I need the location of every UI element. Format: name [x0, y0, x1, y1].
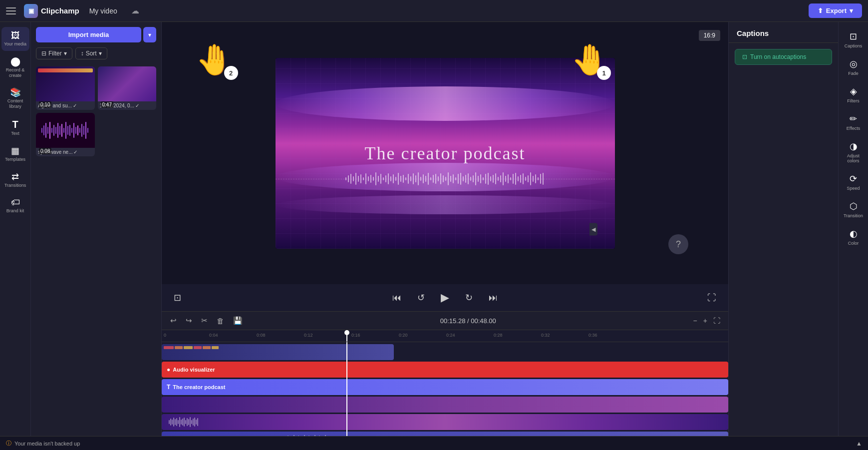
rewind-button[interactable]: ↺ — [413, 290, 429, 305]
svg-rect-19 — [79, 128, 80, 133]
sidebar-item-brand-kit[interactable]: 🏷 Brand kit — [1, 194, 29, 218]
sidebar-item-record-create[interactable]: ⬤ Record & create — [1, 53, 29, 82]
sidebar-item-content-library[interactable]: 📚 Content library — [1, 84, 29, 113]
fit-button[interactable]: ⛶ — [711, 316, 722, 326]
undo-button[interactable]: ↩ — [168, 315, 179, 327]
hide-panel-button[interactable]: ◀ — [589, 223, 597, 235]
import-media-button[interactable]: Import media — [36, 27, 141, 42]
sidebar-right-fade[interactable]: ◎ Fade — [840, 54, 868, 80]
svg-rect-96 — [525, 177, 526, 181]
sidebar-right-transition[interactable]: ⬡ Transition — [840, 197, 868, 222]
track-block-audio[interactable]: ♪ 16/02/2024, 06:41:19 · Audio · My vide… — [162, 432, 728, 436]
filter-chevron-icon: ▾ — [64, 50, 67, 57]
svg-rect-3 — [47, 127, 48, 134]
fade-icon: ◎ — [850, 58, 858, 69]
svg-rect-64 — [445, 177, 446, 181]
cc-button[interactable]: ⊡ — [170, 290, 185, 305]
media-item-2[interactable]: 0:47 16/02/2024, 0... ✓ — [98, 66, 157, 110]
sidebar-right-effects[interactable]: ✏ Effects — [840, 109, 868, 135]
svg-rect-48 — [405, 177, 406, 180]
sidebar-right-speed[interactable]: ⟳ Speed — [840, 169, 868, 195]
media-panel: Import media ▾ ⊟ Filter ▾ ↕ Sort ▾ — [31, 22, 162, 436]
redo-button[interactable]: ↪ — [183, 315, 195, 327]
svg-rect-17 — [75, 127, 76, 134]
text-icon: T — [12, 119, 18, 129]
zoom-in-button[interactable]: + — [701, 316, 709, 326]
sort-button[interactable]: ↕ Sort ▾ — [75, 47, 107, 59]
templates-icon: ▦ — [11, 146, 19, 155]
adjust-colors-icon: ◑ — [850, 141, 858, 152]
sidebar-right-color[interactable]: ◐ Color — [840, 224, 868, 250]
cut-button[interactable]: ✂ — [199, 315, 210, 327]
sidebar-item-templates[interactable]: ▦ Templates — [1, 142, 29, 166]
app-logo: ▣ Clipchamp — [24, 4, 79, 18]
svg-rect-41 — [388, 173, 389, 184]
export-button[interactable]: ⬆ Export ▾ — [809, 3, 862, 18]
text-track-label: The creator podcast — [173, 384, 225, 390]
fullscreen-button[interactable]: ⛶ — [703, 291, 720, 305]
svg-rect-49 — [408, 174, 409, 184]
svg-rect-79 — [483, 177, 484, 180]
transition-icon: ⬡ — [850, 201, 858, 212]
svg-rect-22 — [85, 122, 86, 139]
warning-icon: ⓘ — [6, 440, 11, 447]
delete-button[interactable]: 🗑 — [214, 315, 227, 327]
sidebar-right-adjust-colors[interactable]: ◑ Adjust colors — [840, 137, 868, 167]
svg-rect-51 — [413, 173, 414, 184]
project-title[interactable]: My video — [85, 5, 121, 17]
filter-button[interactable]: ⊟ Filter ▾ — [36, 47, 72, 59]
svg-rect-32 — [365, 173, 366, 184]
svg-rect-57 — [428, 173, 429, 185]
import-chevron-button[interactable]: ▾ — [143, 27, 156, 42]
track-block-video[interactable] — [162, 344, 394, 360]
track-block-media2[interactable] — [162, 414, 728, 430]
svg-rect-82 — [490, 176, 491, 181]
speed-icon: ⟳ — [850, 173, 857, 184]
svg-rect-87 — [503, 172, 504, 185]
backup-warning: ⓘ Your media isn't backed up — [6, 440, 80, 447]
effects-icon: ✏ — [850, 113, 857, 124]
track-block-audio-viz[interactable]: ● Audio visualizer — [162, 362, 728, 378]
sort-icon: ↕ — [81, 50, 84, 57]
svg-rect-61 — [438, 176, 439, 181]
svg-rect-0 — [41, 128, 42, 133]
check-icon-2: ✓ — [135, 103, 139, 108]
svg-rect-5 — [51, 128, 52, 133]
menu-button[interactable] — [6, 5, 18, 17]
cloud-icon: ☁ — [131, 6, 139, 15]
skip-forward-button[interactable]: ⏭ — [485, 291, 502, 305]
cc-icon: ⊡ — [742, 53, 747, 60]
video-controls: ⊡ ⏮ ↺ ▶ ↻ ⏭ ⛶ — [162, 284, 728, 311]
export-icon: ⬆ — [818, 7, 823, 14]
sidebar-item-text[interactable]: T Text — [1, 115, 29, 140]
autocaptions-button[interactable]: ⊡ Turn on autocaptions — [735, 49, 832, 65]
audio-viz-label: Audio visualizer — [173, 367, 215, 373]
red-bar-decoration — [38, 68, 93, 72]
help-bubble[interactable]: ? — [668, 234, 688, 254]
media-item-3[interactable]: 0:08 synthwave ne... ✓ — [36, 113, 95, 156]
svg-rect-78 — [480, 174, 481, 183]
play-button[interactable]: ▶ — [437, 289, 453, 306]
video-preview-area: 16:9 — [162, 22, 728, 284]
expand-button[interactable]: ▲ — [856, 440, 862, 447]
transitions-icon: ⇄ — [11, 172, 19, 181]
svg-rect-28 — [355, 173, 356, 185]
svg-rect-29 — [358, 176, 359, 182]
zoom-out-button[interactable]: − — [691, 316, 699, 326]
track-block-text[interactable]: T The creator podcast — [162, 379, 728, 395]
track-block-media1[interactable] — [162, 397, 728, 413]
your-media-icon: 🖼 — [11, 31, 20, 40]
media-item-1[interactable]: 0:10 Agree and su... ✓ — [36, 66, 95, 110]
svg-rect-102 — [540, 174, 541, 184]
svg-rect-47 — [403, 175, 404, 183]
sidebar-right-filters[interactable]: ◈ Filters — [840, 82, 868, 107]
sidebar-item-your-media[interactable]: 🖼 Your media — [1, 27, 29, 51]
save-button[interactable]: 💾 — [231, 315, 245, 327]
captions-rs-icon: ⊡ — [850, 31, 857, 42]
skip-back-button[interactable]: ⏮ — [388, 291, 405, 305]
sidebar-right-captions[interactable]: ⊡ Captions — [840, 27, 868, 52]
audio-waveform — [283, 435, 728, 436]
sidebar-item-transitions[interactable]: ⇄ Transitions — [1, 168, 29, 192]
forward-button[interactable]: ↻ — [461, 290, 477, 305]
svg-rect-27 — [353, 176, 354, 181]
